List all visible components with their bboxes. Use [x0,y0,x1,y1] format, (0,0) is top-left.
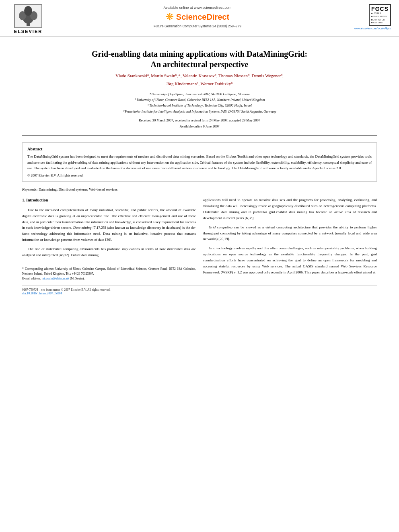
two-column-body: 1. Introduction Due to the increased com… [22,197,377,281]
fgcs-subtitle: ■UTURE ■ENERATION ■OMPUTER ■YSTEMS [371,12,387,25]
paper-title-line1: Grid-enabling data mining applications w… [92,49,307,58]
affil-d: ᵈ Fraunhofer Institute for Intelligent A… [22,109,377,114]
available-online-date: Available online 9 June 2007 [22,123,377,129]
footnote-email-suffix: (M. Swain). [70,277,84,280]
paper-title-line2: An architectural perspective [151,60,249,69]
author-names-1: Vlado Stankovskiᵃ, Martin Swainᵇ,*, Vale… [115,73,284,78]
section1-right-para2: Grid computing can be viewed as a virtua… [203,224,377,242]
abstract-heading: Abstract [27,147,372,151]
sd-logo-text: ScienceDirect [176,12,229,22]
issn-text: 0167-739X/$ – see front matter © 2007 El… [22,288,111,295]
elsevier-logo-image [14,4,42,28]
section1-right-para1: applications will need to operate on mas… [203,197,377,221]
copyright: © 2007 Elsevier B.V. All rights reserved… [27,173,372,177]
received-info: Received 30 March 2007; received in revi… [22,117,377,129]
keywords-text: Data mining; Distributed systems; Web-ba… [39,187,117,191]
section1-para1: Due to the increased computerization of … [22,207,196,243]
author-names-2: Jörg Kindermannᵈ, Werner Dubitzkyᵇ [166,81,233,86]
keywords-section: Keywords: Data mining; Distributed syste… [22,187,377,191]
received-date: Received 30 March 2007; received in revi… [22,117,377,123]
main-content: Grid-enabling data mining applications w… [0,37,399,298]
affiliations: ᵃ University of Ljubljana, Jamova cesta … [22,91,377,115]
footnote-star: * Corresponding address: University of U… [22,267,196,281]
sd-logo-science: Science [176,12,207,21]
affil-c: ᶜ Technion-Israel Institute of Technolog… [22,103,377,108]
fgcs-url[interactable]: www.elsevier.com/locate/fgcs [354,27,391,30]
authors-line1: Vlado Stankovskiᵃ, Martin Swainᵇ,*, Vale… [22,72,377,88]
sd-logo-icon: ❋ [166,11,174,23]
footnote-email[interactable]: mt.swain@ulster.ac.uk [42,277,69,280]
bottom-section: 0167-739X/$ – see front matter © 2007 El… [22,285,377,298]
abstract-text: The DataMiningGrid system has been desig… [27,154,372,171]
sciencedirect-header: Available online at www.sciencedirect.co… [48,4,347,28]
sciencedirect-logo: ❋ ScienceDirect [166,11,229,23]
section1-para2: The rise of distributed computing enviro… [22,246,196,258]
section1-right-para3: Grid technology evolves rapidly and this… [203,245,377,275]
paper-title: Grid-enabling data mining applications w… [22,49,377,70]
right-column: applications will need to operate on mas… [203,197,377,281]
available-online-text: Available online at www.sciencedirect.co… [164,6,232,10]
fgcs-box: FGCS ■UTURE ■ENERATION ■OMPUTER ■YSTEMS [369,4,391,26]
journal-name: Future Generation Computer Systems 24 (2… [154,24,241,28]
fgcs-title: FGCS [371,6,389,12]
svg-point-4 [24,6,32,16]
section1-heading: 1. Introduction [22,197,196,204]
elsevier-wordmark: ELSEVIER [14,29,42,34]
left-column: 1. Introduction Due to the increased com… [22,197,196,281]
issn-line: 0167-739X/$ – see front matter © 2007 El… [22,288,111,292]
fgcs-logo: FGCS ■UTURE ■ENERATION ■OMPUTER ■YSTEMS … [347,4,391,30]
page-header: ELSEVIER Available online at www.science… [0,0,399,37]
sd-logo-direct: Direct [206,12,229,21]
title-section: Grid-enabling data mining applications w… [22,37,377,136]
footnote-divider: * Corresponding address: University of U… [22,264,196,281]
affil-b: ᵇ University of Ulster, Cromore Road, Co… [22,97,377,103]
abstract-section: Abstract The DataMiningGrid system has b… [22,142,377,182]
footnote-star-text: * Corresponding address: University of U… [22,267,196,275]
doi-line[interactable]: doi:10.1016/j.future.2007.05.004 [22,292,111,295]
footnote-email-label: E-mail address: [22,277,41,280]
elsevier-logo: ELSEVIER [8,4,48,34]
affil-a: ᵃ University of Ljubljana, Jamova cesta … [22,91,377,97]
keywords-label: Keywords: [22,187,38,191]
